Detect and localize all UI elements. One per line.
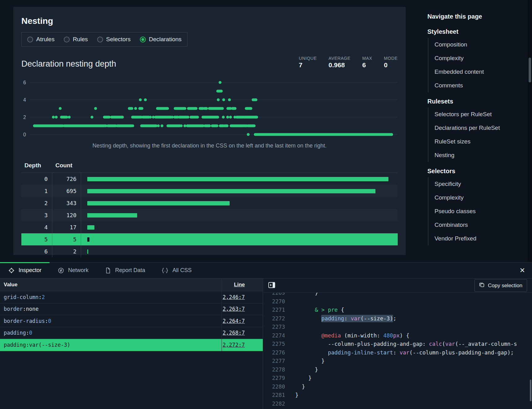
line-number: 2280 (263, 383, 281, 391)
css-property: padding (4, 342, 26, 348)
code-text: & > pre { (281, 306, 344, 314)
count-cell: 17 (52, 221, 81, 233)
sidebar-section-rulesets: RulesetsSelectors per RuleSetDeclaration… (427, 98, 520, 162)
count-bar (87, 249, 88, 254)
filter-radio-selectors[interactable]: Selectors (97, 36, 131, 43)
svg-text:6: 6 (23, 80, 26, 85)
chart-title: Declaration nesting depth (21, 59, 116, 69)
column-divider (222, 279, 222, 351)
sidebar-section-selectors: SelectorsSpecificityComplexityPseudo cla… (427, 168, 520, 245)
code-scrollbar-thumb[interactable] (530, 380, 531, 401)
page-scrollbar-thumb[interactable] (529, 58, 531, 82)
line-link[interactable]: 2,272:7 (223, 342, 245, 348)
code-line-2277: 2277 } (263, 357, 532, 366)
tab-network[interactable]: Network (50, 262, 97, 278)
depth-cell: 3 (21, 209, 52, 221)
count-bar (87, 237, 89, 242)
value-table-row[interactable]: grid-column: 22,246:7 (0, 291, 263, 303)
code-viewer-pane: Copy selection 2269 }22702271 & > pre {2… (263, 279, 532, 409)
code-line-2280: 2280 } (263, 383, 532, 391)
table-row-depth-6[interactable]: 62 (21, 245, 398, 257)
sidebar-item-embedded-content[interactable]: Embedded content (435, 65, 520, 79)
value-table-pane: Value Line grid-column: 22,246:7border: … (0, 279, 263, 409)
colon: : (26, 330, 29, 336)
sidebar-item-composition[interactable]: Composition (435, 38, 520, 51)
panel-toggle-icon[interactable] (268, 281, 276, 290)
filter-radio-rules[interactable]: Rules (64, 36, 88, 43)
sidebar-item-ruleset-sizes[interactable]: RuleSet sizes (435, 135, 520, 148)
line-number: 2269 (263, 293, 281, 297)
line-number: 2277 (263, 357, 281, 366)
line-link[interactable]: 2,268:7 (223, 330, 245, 336)
stat-label: AVERAGE (329, 56, 351, 61)
radio-icon (140, 37, 146, 42)
stat-label: UNIQUE (299, 56, 317, 61)
tab-label: Inspector (19, 267, 41, 274)
copy-icon (479, 282, 485, 289)
line-column-header[interactable]: Line (234, 282, 245, 288)
sidebar-item-nesting[interactable]: Nesting (435, 148, 520, 162)
table-row-depth-1[interactable]: 1695 (21, 185, 398, 197)
table-row-depth-3[interactable]: 3120 (21, 209, 398, 221)
stat-max: MAX6 (362, 56, 372, 69)
svg-text:0: 0 (23, 132, 26, 137)
sidebar-item-specificity[interactable]: Specificity (435, 177, 520, 191)
filter-radio-declarations[interactable]: Declarations (140, 36, 182, 43)
line-number: 2274 (263, 332, 281, 340)
line-number: 2275 (263, 340, 281, 349)
code-text: } (281, 366, 318, 374)
count-column-header: Count (52, 162, 81, 169)
value-table-row[interactable]: border: none2,263:7 (0, 303, 263, 315)
table-row-depth-4[interactable]: 417 (21, 221, 398, 233)
filter-radio-atrules[interactable]: Atrules (27, 36, 54, 43)
table-row-depth-0[interactable]: 0726 (21, 173, 398, 185)
stat-unique: UNIQUE7 (299, 56, 317, 69)
sidebar-item-complexity[interactable]: Complexity (435, 191, 520, 205)
sidebar-item-comments[interactable]: Comments (435, 79, 520, 92)
sidebar-item-vendor-prefixed[interactable]: Vendor Prefixed (435, 232, 520, 245)
tab-report-data[interactable]: Report Data (97, 262, 153, 278)
bar-cell (81, 177, 398, 181)
tab-label: Report Data (115, 267, 145, 274)
value-table-row[interactable]: padding: 02,268:7 (0, 327, 263, 339)
value-table-header: Value Line (0, 279, 263, 291)
value-table-row[interactable]: padding: var(--size-3)2,272:7 (0, 339, 263, 351)
page-title: Nesting (21, 16, 398, 26)
tab-all-css[interactable]: All CSS (153, 262, 200, 278)
code-text (281, 323, 289, 332)
svg-text:4: 4 (23, 97, 26, 103)
nesting-depth-chart: 6420 Nesting depth, showing the first de… (21, 77, 398, 149)
line-link[interactable]: 2,264:7 (223, 318, 245, 324)
sidebar-item-complexity[interactable]: Complexity (435, 51, 520, 65)
value-table-row[interactable]: border-radius: 02,264:7 (0, 315, 263, 327)
css-value: none (26, 306, 39, 312)
scatter-plot: 6420 (21, 77, 398, 139)
close-icon[interactable]: ✕ (520, 262, 525, 278)
sidebar-item-pseudo-classes[interactable]: Pseudo classes (435, 205, 520, 218)
inspector-panel: InspectorNetworkReport DataAll CSS✕ Valu… (0, 262, 532, 409)
table-row-depth-5[interactable]: 55 (21, 233, 398, 245)
line-link[interactable]: 2,263:7 (223, 306, 245, 312)
stat-label: MODE (384, 56, 398, 61)
stat-value: 7 (299, 61, 317, 69)
line-number: 2276 (263, 349, 281, 357)
count-cell: 120 (52, 209, 81, 221)
line-link[interactable]: 2,246:7 (223, 294, 245, 300)
value-column-header: Value (4, 282, 17, 288)
css-property: grid-column (4, 294, 39, 300)
line-number: 2272 (263, 314, 281, 323)
sidebar-item-combinators[interactable]: Combinators (435, 218, 520, 232)
chart-stats: UNIQUE7AVERAGE0.968MAX6MODE0 (299, 56, 398, 69)
table-row-depth-2[interactable]: 2343 (21, 197, 398, 209)
code-area[interactable]: 2269 }22702271 & > pre {2272 padding: va… (263, 293, 532, 409)
tab-inspector[interactable]: Inspector (0, 262, 50, 278)
css-value: var(--size-3) (29, 342, 70, 348)
sidebar-item-declarations-per-ruleset[interactable]: Declarations per RuleSet (435, 121, 520, 135)
line-number: 2273 (263, 323, 281, 332)
copy-selection-button[interactable]: Copy selection (474, 279, 527, 292)
stat-label: MAX (362, 56, 372, 61)
code-text (281, 297, 289, 306)
sidebar-item-selectors-per-ruleset[interactable]: Selectors per RuleSet (435, 108, 520, 121)
filter-label: Rules (73, 36, 88, 43)
code-line-2276: 2276 padding-inline-start: var(--column-… (263, 349, 532, 357)
